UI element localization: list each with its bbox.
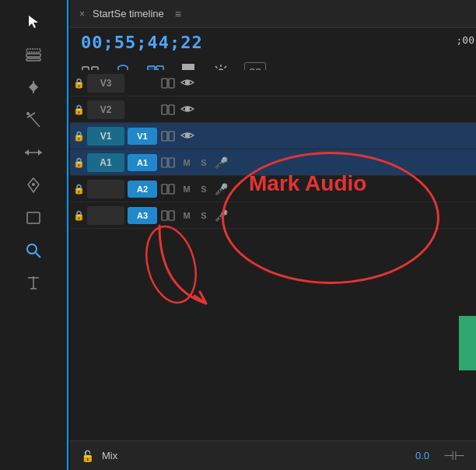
track-inner-a2[interactable]: A2 bbox=[128, 181, 157, 198]
track-mute-button[interactable]: M bbox=[180, 184, 193, 194]
svg-rect-37 bbox=[169, 132, 174, 141]
track-row: 🔒 V3 bbox=[70, 70, 476, 96]
track-inner-a3[interactable]: A3 bbox=[128, 207, 157, 224]
track-lock-icon[interactable]: 🔒 bbox=[70, 104, 87, 115]
track-inner-a1[interactable]: A1 bbox=[128, 154, 157, 171]
track-clip-icon bbox=[160, 184, 176, 195]
svg-rect-30 bbox=[162, 79, 167, 88]
svg-rect-39 bbox=[162, 158, 167, 167]
track-controls-v1 bbox=[160, 130, 476, 142]
left-toolbar bbox=[0, 0, 68, 470]
svg-rect-33 bbox=[162, 105, 167, 114]
svg-marker-6 bbox=[33, 83, 37, 91]
track-eye-icon[interactable] bbox=[180, 77, 194, 89]
track-label-v3[interactable]: V3 bbox=[87, 74, 124, 93]
menu-button[interactable]: ≡ bbox=[175, 8, 181, 20]
track-controls-a3: M S 🎤 bbox=[160, 209, 476, 222]
timecode-display[interactable]: 00;55;44;22 bbox=[81, 33, 203, 52]
title-bar: × StartSe timeline ≡ bbox=[70, 0, 476, 28]
track-solo-button[interactable]: S bbox=[198, 211, 210, 220]
track-lock-icon[interactable]: 🔒 bbox=[70, 131, 87, 142]
track-clip-icon bbox=[160, 131, 176, 142]
panel-title: StartSe timeline bbox=[93, 8, 164, 19]
svg-rect-31 bbox=[169, 79, 174, 88]
svg-rect-14 bbox=[27, 212, 40, 223]
track-lock-icon[interactable]: 🔒 bbox=[70, 184, 87, 195]
track-row-a3: 🔒 A3 M S 🎤 bbox=[70, 202, 476, 229]
svg-rect-2 bbox=[26, 54, 40, 57]
bottom-lock-icon: 🔓 bbox=[81, 450, 94, 462]
mix-label: Mix bbox=[102, 450, 117, 461]
svg-point-13 bbox=[32, 183, 35, 186]
timecode-right: ;00 bbox=[457, 34, 474, 46]
svg-point-15 bbox=[27, 244, 37, 254]
razor-tool-icon[interactable] bbox=[19, 106, 47, 134]
track-solo-button[interactable]: S bbox=[198, 158, 210, 167]
svg-line-7 bbox=[27, 113, 40, 127]
search-tool-icon[interactable] bbox=[19, 237, 47, 265]
track-clip-icon bbox=[160, 104, 176, 115]
svg-point-38 bbox=[186, 133, 190, 137]
svg-rect-42 bbox=[169, 184, 174, 194]
track-mic-icon[interactable]: 🎤 bbox=[215, 156, 228, 169]
track-select-icon[interactable] bbox=[19, 40, 47, 68]
bottom-bar: 🔓 Mix 0.0 ⊣⊢ bbox=[70, 440, 476, 470]
svg-rect-1 bbox=[26, 49, 40, 52]
track-lock-icon[interactable]: 🔒 bbox=[70, 210, 87, 221]
track-mute-button[interactable]: M bbox=[180, 211, 193, 220]
rectangle-tool-icon[interactable] bbox=[19, 204, 47, 232]
track-row: 🔒 V2 bbox=[70, 96, 476, 123]
svg-rect-3 bbox=[26, 58, 40, 61]
track-clip-icon bbox=[160, 210, 176, 221]
track-row-v1: 🔒 V1 V1 bbox=[70, 123, 476, 149]
track-label-v2[interactable]: V2 bbox=[87, 100, 124, 119]
track-controls-v2 bbox=[160, 103, 476, 116]
track-row-a1: 🔒 A1 A1 M S 🎤 bbox=[70, 149, 476, 176]
green-clip bbox=[459, 316, 476, 370]
svg-rect-43 bbox=[162, 211, 167, 220]
track-label-a2 bbox=[87, 180, 124, 198]
svg-marker-12 bbox=[25, 149, 29, 156]
track-mic-icon[interactable]: 🎤 bbox=[215, 209, 228, 222]
snap-icon[interactable]: ⊣⊢ bbox=[443, 448, 465, 463]
svg-point-9 bbox=[26, 112, 30, 115]
close-button[interactable]: × bbox=[79, 9, 85, 19]
mix-value: 0.0 bbox=[415, 450, 429, 461]
svg-point-35 bbox=[186, 107, 190, 110]
track-clip-icon bbox=[160, 157, 176, 168]
svg-marker-0 bbox=[29, 16, 38, 28]
select-tool-icon[interactable] bbox=[19, 8, 47, 36]
tracks-section: 🔒 V3 🔒 V2 bbox=[70, 70, 476, 440]
svg-rect-34 bbox=[169, 105, 174, 114]
track-label-v1[interactable]: V1 bbox=[87, 127, 124, 146]
svg-point-32 bbox=[186, 80, 190, 84]
track-inner-v1[interactable]: V1 bbox=[128, 128, 157, 145]
track-inner-v3 bbox=[128, 75, 157, 92]
track-mute-button[interactable]: M bbox=[180, 158, 193, 167]
track-lock-icon[interactable]: 🔒 bbox=[70, 78, 87, 89]
timecode-bar: 00;55;44;22 bbox=[70, 28, 476, 57]
text-tool-icon[interactable] bbox=[19, 269, 47, 297]
offset-tool-icon[interactable] bbox=[19, 139, 47, 167]
track-mic-icon[interactable]: 🎤 bbox=[215, 183, 228, 195]
track-label-a3 bbox=[87, 206, 124, 225]
track-controls-a1: M S 🎤 bbox=[160, 156, 476, 169]
svg-rect-41 bbox=[162, 184, 167, 194]
ripple-edit-icon[interactable] bbox=[19, 73, 47, 101]
svg-rect-36 bbox=[162, 132, 167, 141]
pen-tool-icon[interactable] bbox=[19, 171, 47, 199]
track-controls-a2: M S 🎤 bbox=[160, 183, 476, 195]
track-solo-button[interactable]: S bbox=[198, 184, 210, 194]
track-clip-icon bbox=[160, 78, 176, 89]
track-controls-v3 bbox=[160, 77, 476, 89]
main-panel: × StartSe timeline ≡ 00;55;44;22 ;00 bbox=[70, 0, 476, 470]
svg-line-16 bbox=[36, 253, 40, 258]
track-label-a1[interactable]: A1 bbox=[87, 153, 124, 172]
track-lock-icon[interactable]: 🔒 bbox=[70, 157, 87, 168]
svg-rect-44 bbox=[169, 211, 174, 220]
svg-marker-11 bbox=[38, 149, 42, 156]
svg-rect-40 bbox=[169, 158, 174, 167]
track-row-a2: 🔒 A2 M S 🎤 bbox=[70, 176, 476, 202]
track-eye-icon[interactable] bbox=[180, 103, 194, 116]
track-eye-icon[interactable] bbox=[180, 130, 194, 142]
